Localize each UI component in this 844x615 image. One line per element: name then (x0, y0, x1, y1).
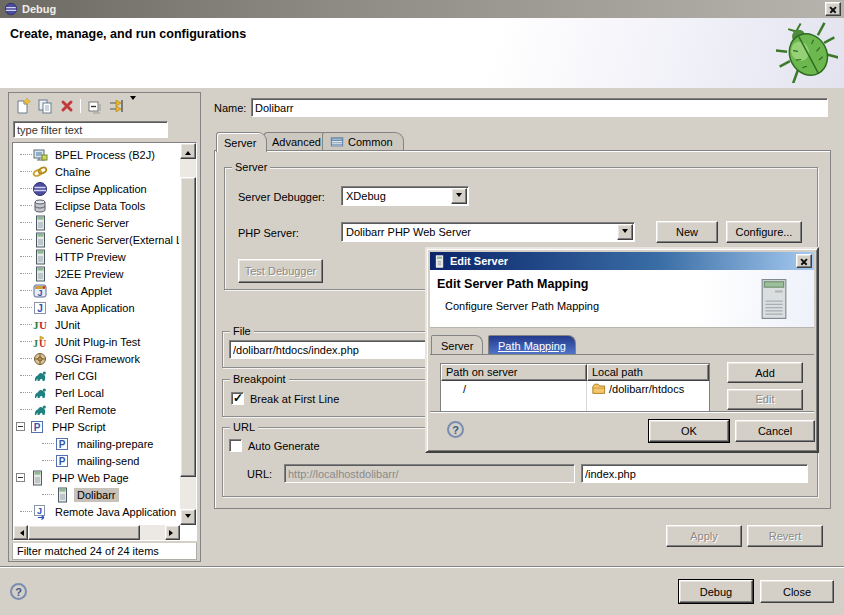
menu-dropdown-icon[interactable] (130, 100, 136, 112)
debug-configurations-window: Debug Create, manage, and run configurat… (0, 0, 844, 615)
delete-icon[interactable] (58, 98, 75, 115)
local-path-cell: /dolibarr/htdocs (609, 383, 684, 395)
name-input[interactable] (251, 98, 828, 117)
eclipse-application-icon (32, 181, 48, 197)
edit-server-titlebar[interactable]: Edit Server (430, 252, 814, 270)
junit-plugin-icon (32, 334, 48, 350)
tree-item[interactable]: HTTP Preview (14, 248, 179, 265)
dialog-close-button[interactable] (796, 254, 812, 268)
perl-icon (32, 402, 48, 418)
table-header-row: Path on server Local path (441, 364, 709, 381)
vertical-scroll-thumb[interactable] (180, 177, 196, 477)
configurations-sidebar: BPEL Process (B2J) Chaîne Eclipse Applic… (8, 92, 201, 562)
edit-server-title: Edit Server (450, 255, 508, 267)
new-configuration-icon[interactable] (14, 98, 31, 115)
debug-button[interactable]: Debug (679, 580, 753, 603)
duplicate-icon[interactable] (36, 98, 53, 115)
server-icon (32, 266, 48, 282)
tree-item-selected[interactable]: Dolibarr (14, 486, 179, 503)
tree-item[interactable]: Remote Java Application (14, 503, 179, 520)
tree-item[interactable]: BPEL Process (B2J) (14, 146, 179, 163)
tree-item[interactable]: Generic Server (14, 214, 179, 231)
scroll-up-icon[interactable] (180, 143, 196, 159)
path-mapping-panel: Path on server Local path / /dolibarr/ht… (430, 350, 814, 411)
server-icon (32, 232, 48, 248)
dialog-subheading: Configure Server Path Mapping (445, 300, 599, 312)
breakpoint-group-title: Breakpoint (230, 373, 289, 385)
server-debugger-select[interactable]: XDebug (341, 186, 469, 206)
chevron-down-icon[interactable] (451, 188, 467, 204)
tree-item[interactable]: Eclipse Data Tools (14, 197, 179, 214)
cancel-button[interactable]: Cancel (735, 420, 815, 442)
scroll-left-icon[interactable] (13, 525, 28, 540)
window-close-button[interactable] (825, 2, 841, 16)
tree-item[interactable]: J2EE Preview (14, 265, 179, 282)
server-debugger-value: XDebug (346, 190, 448, 202)
test-debugger-button[interactable]: Test Debugger (238, 259, 323, 283)
table-row[interactable]: / /dolibarr/htdocs (441, 381, 709, 397)
new-server-button[interactable]: New (656, 221, 718, 243)
server-icon (54, 487, 70, 503)
tree-item[interactable]: JUnit Plug-in Test (14, 333, 179, 350)
chevron-down-icon[interactable] (617, 224, 633, 240)
auto-generate-checkbox[interactable] (229, 439, 242, 452)
edit-button[interactable]: Edit (727, 389, 803, 410)
filter-input[interactable] (13, 121, 168, 138)
tree-item[interactable]: Java Applet (14, 282, 179, 299)
tree-item[interactable]: Generic Server(External La (14, 231, 179, 248)
tree-guide (20, 375, 32, 376)
tree-item[interactable]: mailing-prepare (14, 435, 179, 452)
dialog-heading: Edit Server Path Mapping (437, 277, 588, 291)
tree-item[interactable]: JUnit (14, 316, 179, 333)
tree-item-label: PHP Script (49, 420, 109, 434)
tree-item[interactable]: Perl Local (14, 384, 179, 401)
footer-separator (0, 566, 844, 568)
server-tower-icon (760, 276, 788, 322)
tab-server[interactable]: Server (216, 132, 267, 152)
collapse-expander-icon[interactable] (16, 473, 25, 482)
close-button[interactable]: Close (760, 580, 834, 603)
break-first-line-checkbox[interactable] (231, 392, 244, 405)
php-icon (54, 453, 70, 469)
add-button[interactable]: Add (727, 362, 803, 383)
tree-item[interactable]: Chaîne (14, 163, 179, 180)
junit-icon (32, 317, 48, 333)
tree-item[interactable]: Perl CGI (14, 367, 179, 384)
tree-item-label: JUnit (52, 318, 83, 332)
url-file-input[interactable] (581, 464, 808, 483)
tree-horizontal-scrollbar[interactable] (13, 525, 180, 540)
configure-button[interactable]: Configure... (726, 221, 802, 243)
tree-item[interactable]: OSGi Framework (14, 350, 179, 367)
collapse-expander-icon[interactable] (16, 422, 25, 431)
horizontal-scroll-thumb[interactable] (28, 525, 140, 540)
tree-item[interactable]: PHP Script (14, 418, 179, 435)
filter-icon[interactable] (108, 98, 125, 115)
tree-guide (20, 222, 32, 223)
tree-item[interactable]: Perl Remote (14, 401, 179, 418)
tab-common[interactable]: Common (322, 132, 404, 151)
revert-button[interactable]: Revert (747, 525, 823, 547)
tree-guide (20, 154, 32, 155)
tab-label: Common (348, 136, 393, 148)
php-icon (29, 419, 45, 435)
column-header-local-path[interactable]: Local path (587, 364, 709, 381)
php-server-select[interactable]: Dolibarr PHP Web Server (341, 222, 635, 242)
tree-item[interactable]: Eclipse Application (14, 180, 179, 197)
ok-button[interactable]: OK (649, 420, 729, 442)
auto-generate-label: Auto Generate (248, 440, 320, 452)
scroll-right-icon[interactable] (165, 525, 180, 540)
column-header-path-on-server[interactable]: Path on server (441, 364, 587, 381)
tab-label: Server (224, 137, 256, 149)
help-icon[interactable] (10, 583, 27, 600)
collapse-all-icon[interactable] (86, 98, 103, 115)
tree-item[interactable]: mailing-send (14, 452, 179, 469)
server-group-title: Server (232, 161, 270, 173)
tree-vertical-scrollbar[interactable] (180, 143, 196, 525)
tree-item[interactable]: Java Application (14, 299, 179, 316)
dialog-help-icon[interactable] (447, 421, 464, 438)
apply-button[interactable]: Apply (666, 525, 742, 547)
window-titlebar[interactable]: Debug (0, 0, 844, 18)
tree-item-label: mailing-send (74, 454, 142, 468)
scroll-down-icon[interactable] (180, 509, 196, 525)
tree-item[interactable]: PHP Web Page (14, 469, 179, 486)
